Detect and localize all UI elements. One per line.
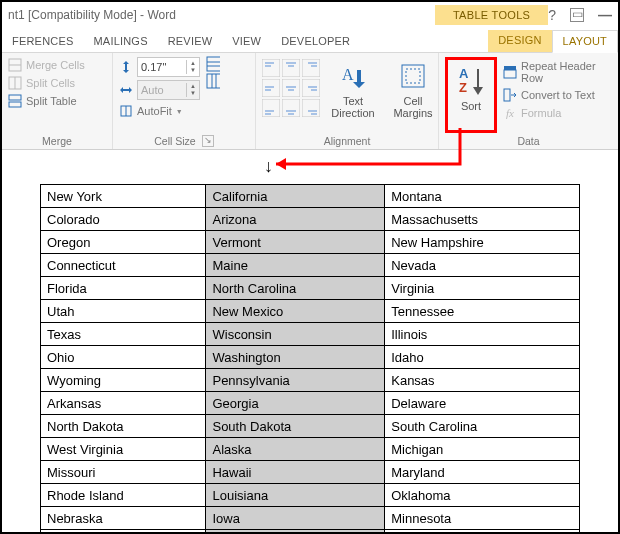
align-grid[interactable] — [262, 57, 320, 117]
table-row[interactable]: North DakotaSouth DakotaSouth Carolina — [41, 415, 580, 438]
cell-margins-button[interactable]: Cell Margins — [386, 57, 440, 119]
table-cell[interactable]: North Dakota — [41, 415, 206, 438]
row-height-input[interactable]: ▲▼ — [137, 57, 200, 77]
col-width-input[interactable]: ▲▼ — [137, 80, 200, 100]
table-cell[interactable]: Illinois — [385, 323, 580, 346]
spin-up-icon[interactable]: ▲ — [186, 83, 199, 90]
align-bl-icon[interactable] — [262, 99, 280, 117]
align-bc-icon[interactable] — [282, 99, 300, 117]
table-row[interactable]: ConnecticutMaineNevada — [41, 254, 580, 277]
table-cell[interactable]: Montana — [385, 185, 580, 208]
row-height-value[interactable] — [138, 61, 186, 73]
table-row[interactable]: MissouriHawaiiMaryland — [41, 461, 580, 484]
table-cell[interactable]: Colorado — [41, 208, 206, 231]
table-cell[interactable]: Delaware — [385, 392, 580, 415]
table-cell[interactable]: Texas — [41, 323, 206, 346]
table-cell[interactable]: New Mexico — [206, 300, 385, 323]
table-cell[interactable]: Oklahoma — [385, 484, 580, 507]
tab-mailings[interactable]: MAILINGS — [84, 31, 158, 52]
align-tr-icon[interactable] — [302, 59, 320, 77]
help-icon[interactable]: ? — [548, 7, 556, 23]
table-cell[interactable]: South Dakota — [206, 415, 385, 438]
tab-developer[interactable]: DEVELOPER — [271, 31, 360, 52]
align-mc-icon[interactable] — [282, 79, 300, 97]
table-cell[interactable]: Virginia — [385, 277, 580, 300]
repeat-header-button[interactable]: Repeat Header Row — [503, 59, 612, 85]
dialog-launcher-icon[interactable]: ↘ — [202, 135, 214, 147]
table-cell[interactable]: Washington — [206, 346, 385, 369]
table-cell[interactable]: Wyoming — [41, 369, 206, 392]
spin-up-icon[interactable]: ▲ — [186, 60, 199, 67]
table-cell[interactable]: Vermont — [206, 231, 385, 254]
table-row[interactable]: TexasWisconsinIllinois — [41, 323, 580, 346]
table-cell[interactable]: Nevada — [385, 254, 580, 277]
table-cell[interactable]: Pennsylvania — [206, 369, 385, 392]
table-cell[interactable]: Arkansas — [41, 392, 206, 415]
table-row[interactable]: FloridaNorth CarolinaVirginia — [41, 277, 580, 300]
tab-design[interactable]: DESIGN — [488, 30, 551, 52]
table-cell[interactable]: Rhode Island — [41, 484, 206, 507]
table-cell[interactable]: Nebraska — [41, 507, 206, 530]
table-cell[interactable]: New Jersey — [385, 530, 580, 535]
table-cell[interactable]: Utah — [41, 300, 206, 323]
table-cell[interactable]: Kentucky — [206, 530, 385, 535]
text-direction-button[interactable]: A Text Direction — [326, 57, 380, 119]
tab-layout[interactable]: LAYOUT — [552, 30, 618, 53]
sort-button[interactable]: A Z Sort — [450, 62, 492, 112]
table-cell[interactable]: Missouri — [41, 461, 206, 484]
distribute-cols-icon[interactable] — [206, 74, 220, 88]
table-cell[interactable]: Wisconsin — [206, 323, 385, 346]
table-cell[interactable]: Iowa — [206, 507, 385, 530]
table-cell[interactable]: Oregon — [41, 231, 206, 254]
tab-references[interactable]: FERENCES — [2, 31, 84, 52]
spin-down-icon[interactable]: ▼ — [186, 90, 199, 97]
table-cell[interactable]: Louisiana — [206, 484, 385, 507]
table-cell[interactable]: Idaho — [385, 346, 580, 369]
table-cell[interactable]: Ohio — [41, 346, 206, 369]
spin-down-icon[interactable]: ▼ — [186, 67, 199, 74]
autofit-button[interactable]: AutoFit ▼ — [119, 103, 200, 119]
align-br-icon[interactable] — [302, 99, 320, 117]
table-cell[interactable]: Maine — [206, 254, 385, 277]
table-row[interactable]: West VirginiaAlaskaMichigan — [41, 438, 580, 461]
table-cell[interactable]: Massachusetts — [385, 208, 580, 231]
align-tl-icon[interactable] — [262, 59, 280, 77]
table-cell[interactable]: Connecticut — [41, 254, 206, 277]
table-row[interactable]: NebraskaIowaMinnesota — [41, 507, 580, 530]
table-cell[interactable]: Alaska — [206, 438, 385, 461]
align-tc-icon[interactable] — [282, 59, 300, 77]
ribbon-opts-icon[interactable]: ▭ — [570, 8, 584, 22]
table-row[interactable]: UtahNew MexicoTennessee — [41, 300, 580, 323]
tab-review[interactable]: REVIEW — [158, 31, 223, 52]
table-cell[interactable]: Indiana — [41, 530, 206, 535]
table-cell[interactable]: Florida — [41, 277, 206, 300]
table-row[interactable]: New YorkCaliforniaMontana — [41, 185, 580, 208]
states-table[interactable]: New YorkCaliforniaMontanaColoradoArizona… — [40, 184, 580, 534]
table-cell[interactable]: Michigan — [385, 438, 580, 461]
convert-text-button[interactable]: Convert to Text — [503, 87, 612, 103]
table-row[interactable]: OhioWashingtonIdaho — [41, 346, 580, 369]
table-cell[interactable]: New York — [41, 185, 206, 208]
align-mr-icon[interactable] — [302, 79, 320, 97]
table-row[interactable]: Rhode IslandLouisianaOklahoma — [41, 484, 580, 507]
table-cell[interactable]: South Carolina — [385, 415, 580, 438]
table-row[interactable]: ColoradoArizonaMassachusetts — [41, 208, 580, 231]
table-cell[interactable]: New Hampshire — [385, 231, 580, 254]
table-cell[interactable]: Georgia — [206, 392, 385, 415]
table-cell[interactable]: Hawaii — [206, 461, 385, 484]
table-cell[interactable]: North Carolina — [206, 277, 385, 300]
table-cell[interactable]: Maryland — [385, 461, 580, 484]
split-table-button[interactable]: Split Table — [8, 93, 85, 109]
table-row[interactable]: ArkansasGeorgiaDelaware — [41, 392, 580, 415]
table-cell[interactable]: Minnesota — [385, 507, 580, 530]
table-cell[interactable]: Kansas — [385, 369, 580, 392]
distribute-rows-icon[interactable] — [206, 57, 220, 71]
table-cell[interactable]: Arizona — [206, 208, 385, 231]
table-row[interactable]: IndianaKentuckyNew Jersey — [41, 530, 580, 535]
table-row[interactable]: WyomingPennsylvaniaKansas — [41, 369, 580, 392]
tab-view[interactable]: VIEW — [222, 31, 271, 52]
table-cell[interactable]: Tennessee — [385, 300, 580, 323]
table-cell[interactable]: West Virginia — [41, 438, 206, 461]
table-cell[interactable]: California — [206, 185, 385, 208]
minimize-icon[interactable]: — — [598, 7, 612, 23]
